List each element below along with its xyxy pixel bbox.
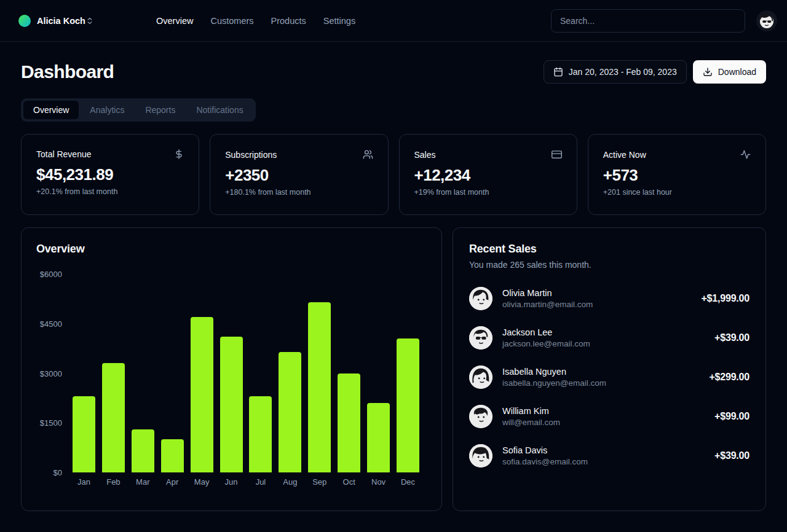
team-name: Alicia Koch bbox=[37, 16, 85, 26]
avatar-jackson bbox=[469, 326, 492, 350]
chevrons-up-down-icon bbox=[85, 17, 94, 25]
bar-rect bbox=[102, 363, 125, 472]
x-axis-tick: Oct bbox=[334, 477, 364, 487]
sale-amount: +$1,999.00 bbox=[701, 293, 749, 304]
activity-icon bbox=[740, 149, 751, 160]
download-label: Download bbox=[718, 67, 756, 77]
x-axis-tick: Apr bbox=[157, 477, 188, 487]
bar-rect bbox=[161, 439, 184, 472]
y-axis-tick: $3000 bbox=[36, 369, 62, 378]
x-axis-tick: Feb bbox=[98, 477, 129, 487]
customer-name: Sofia Davis bbox=[502, 445, 588, 455]
y-axis-tick: $0 bbox=[36, 468, 62, 477]
search-input[interactable] bbox=[551, 9, 745, 33]
customer-name: Olivia Martin bbox=[502, 288, 593, 298]
bar-jan: Jan bbox=[73, 274, 95, 472]
customer-email: isabella.nguyen@email.com bbox=[502, 378, 606, 388]
chart-title: Overview bbox=[36, 243, 427, 256]
date-range-label: Jan 20, 2023 - Feb 09, 2023 bbox=[569, 67, 677, 77]
nav-link-overview[interactable]: Overview bbox=[156, 16, 193, 26]
x-axis-tick: Jun bbox=[216, 477, 247, 487]
bar-rect bbox=[73, 396, 95, 472]
customer-name: Isabella Nguyen bbox=[502, 367, 606, 377]
nav-link-customers[interactable]: Customers bbox=[210, 16, 253, 26]
bar-rect bbox=[249, 396, 272, 472]
download-button[interactable]: Download bbox=[693, 60, 766, 84]
x-axis-tick: Mar bbox=[128, 477, 158, 487]
stat-value: $45,231.89 bbox=[36, 165, 184, 184]
team-logo-icon bbox=[18, 15, 31, 27]
tab-overview[interactable]: Overview bbox=[23, 101, 79, 119]
sale-row: Olivia Martin olivia.martin@email.com +$… bbox=[469, 287, 749, 310]
stat-title: Subscriptions bbox=[225, 150, 277, 160]
credit-card-icon bbox=[552, 149, 562, 160]
customer-name: William Kim bbox=[502, 406, 560, 416]
tab-notifications[interactable]: Notifications bbox=[186, 101, 253, 119]
dollar-sign-icon bbox=[174, 149, 184, 159]
stat-value: +573 bbox=[603, 166, 751, 185]
bar-feb: Feb bbox=[102, 274, 125, 472]
bar-rect bbox=[220, 337, 243, 472]
avatar-isabella bbox=[469, 366, 492, 389]
bar-rect bbox=[308, 302, 331, 472]
tab-analytics[interactable]: Analytics bbox=[80, 101, 134, 119]
stat-title: Total Revenue bbox=[36, 149, 92, 159]
x-axis-tick: Jan bbox=[69, 477, 99, 487]
stat-card-total-revenue: Total Revenue $45,231.89 +20.1% from las… bbox=[21, 134, 199, 215]
bar-chart: $6000$4500$3000$1500$0JanFebMarAprMayJun… bbox=[36, 274, 427, 472]
stat-change: +20.1% from last month bbox=[36, 187, 184, 196]
customer-email: jackson.lee@email.com bbox=[502, 339, 590, 348]
bar-dec: Dec bbox=[397, 274, 419, 472]
recent-sales-card: Recent Sales You made 265 sales this mon… bbox=[453, 227, 766, 511]
x-axis-tick: Dec bbox=[393, 477, 423, 487]
nav-link-settings[interactable]: Settings bbox=[323, 16, 355, 26]
y-axis-tick: $4500 bbox=[36, 319, 62, 328]
avatar-olivia bbox=[469, 287, 492, 310]
top-nav: Alicia Koch Overview Customers Products … bbox=[0, 0, 787, 42]
bar-oct: Oct bbox=[338, 274, 360, 472]
download-icon bbox=[703, 67, 713, 77]
customer-name: Jackson Lee bbox=[502, 327, 590, 337]
sale-row: Sofia Davis sofia.davis@email.com +$39.0… bbox=[469, 444, 749, 467]
customer-email: olivia.martin@email.com bbox=[502, 300, 593, 309]
stat-card-active-now: Active Now +573 +201 since last hour bbox=[588, 134, 766, 215]
recent-sales-list: Olivia Martin olivia.martin@email.com +$… bbox=[469, 287, 749, 467]
bar-sep: Sep bbox=[308, 274, 331, 472]
sale-row: William Kim will@email.com +$99.00 bbox=[469, 405, 749, 428]
stat-card-subscriptions: Subscriptions +2350 +180.1% from last mo… bbox=[210, 134, 388, 215]
tab-reports[interactable]: Reports bbox=[135, 101, 185, 119]
bar-rect bbox=[191, 317, 213, 472]
sale-amount: +$39.00 bbox=[714, 332, 749, 343]
stat-change: +201 since last hour bbox=[603, 188, 751, 197]
avatar-william bbox=[469, 405, 492, 428]
x-axis-tick: Nov bbox=[363, 477, 394, 487]
bar-nov: Nov bbox=[367, 274, 390, 472]
bar-rect bbox=[338, 374, 360, 473]
stat-change: +180.1% from last month bbox=[225, 188, 373, 197]
user-avatar[interactable] bbox=[756, 10, 777, 31]
bar-jun: Jun bbox=[220, 274, 243, 472]
avatar-sofia bbox=[469, 444, 492, 467]
recent-sales-title: Recent Sales bbox=[469, 243, 749, 256]
x-axis-tick: Aug bbox=[275, 477, 305, 487]
overview-chart-card: Overview $6000$4500$3000$1500$0JanFebMar… bbox=[21, 227, 442, 511]
bar-rect bbox=[132, 429, 154, 472]
stat-value: +2350 bbox=[225, 166, 373, 185]
team-switcher[interactable]: Alicia Koch bbox=[18, 15, 133, 27]
stat-title: Active Now bbox=[603, 150, 646, 160]
y-axis-tick: $1500 bbox=[36, 418, 62, 428]
main-nav: Overview Customers Products Settings bbox=[156, 16, 355, 26]
date-range-picker[interactable]: Jan 20, 2023 - Feb 09, 2023 bbox=[544, 60, 687, 84]
user-avatar-image bbox=[756, 10, 777, 31]
dashboard-tabs: Overview Analytics Reports Notifications bbox=[21, 98, 256, 122]
sale-amount: +$99.00 bbox=[714, 411, 749, 422]
nav-link-products[interactable]: Products bbox=[271, 16, 306, 26]
bar-aug: Aug bbox=[279, 274, 301, 472]
users-icon bbox=[363, 149, 373, 160]
sale-amount: +$299.00 bbox=[709, 372, 749, 383]
x-axis-tick: May bbox=[187, 477, 217, 487]
stat-value: +12,234 bbox=[414, 166, 562, 185]
bar-jul: Jul bbox=[249, 274, 272, 472]
page-title: Dashboard bbox=[21, 61, 114, 82]
stat-change: +19% from last month bbox=[414, 188, 562, 197]
